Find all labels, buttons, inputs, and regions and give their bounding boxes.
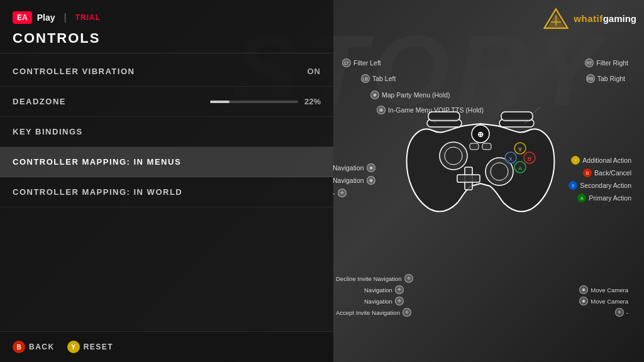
nav1-text: Navigation (333, 164, 364, 172)
deadzone-bar-fill (210, 101, 230, 103)
x-btn-icon: X (569, 181, 577, 190)
deadzone-control: 22% (210, 97, 321, 106)
logo-area: whatifgaming (543, 8, 636, 30)
label-nav-d2: Navigation ✛ (364, 297, 404, 305)
filter-left-text: Filter Left (353, 59, 381, 67)
label-nav-d1: Navigation ✛ (364, 285, 404, 294)
menu-item-controller-mapping-menus[interactable]: CONTROLLER MAPPING: IN MENUS (0, 147, 333, 177)
label-additional-action: Y Additional Action (571, 156, 631, 165)
play-label: Play (37, 13, 55, 23)
back-hint[interactable]: B BACK (13, 341, 55, 353)
a-btn-icon: A (577, 194, 586, 202)
svg-rect-3 (501, 112, 533, 121)
label-move-cam2: ◉ Move Camera (579, 297, 628, 305)
b-btn-icon: B (583, 168, 592, 177)
secondary-action-text: Secondary Action (580, 182, 631, 189)
nav-d2-icon: ✛ (395, 297, 404, 305)
nav-d1-icon: ✛ (395, 285, 404, 294)
menu-item-deadzone[interactable]: DEADZONE 22% (0, 87, 333, 117)
bottom-bar: B BACK Y RESET (0, 331, 333, 362)
accept-icon: ✛ (402, 308, 411, 317)
label-filter-left: LT Filter Left (342, 58, 381, 67)
label-nav3: ✛ - (333, 189, 347, 197)
svg-point-5 (445, 147, 462, 165)
deadzone-label: DEADZONE (13, 97, 66, 106)
label-back-cancel: B Back/Cancel (583, 168, 631, 177)
controller-mapping-world-label: CONTROLLER MAPPING: IN WORLD (13, 187, 182, 197)
reset-hint[interactable]: Y RESET (67, 341, 114, 353)
dash-text: - (626, 309, 628, 316)
svg-text:Y: Y (518, 146, 522, 153)
key-bindings-label: KEY BINDINGS (13, 127, 83, 136)
menu-item-key-bindings[interactable]: KEY BINDINGS (0, 117, 333, 147)
whatifgaming-logo-icon (543, 8, 569, 30)
dash-icon: ✛ (615, 308, 624, 317)
label-nav2: ◉ Navigation (333, 176, 375, 185)
reset-label: RESET (84, 343, 114, 351)
accept-invite-text: Accept Invite Navigation (336, 309, 400, 316)
logo-text: whatifgaming (574, 13, 636, 25)
left-panel: EA Play | TRIAL CONTROLS CONTROLLER VIBR… (0, 0, 333, 362)
svg-text:B: B (528, 156, 532, 162)
y-btn-icon: Y (571, 156, 580, 165)
label-accept-invite: Accept Invite Navigation ✛ (336, 308, 411, 317)
controller-svg-wrapper: ⊕ Y A X B (402, 74, 559, 221)
label-secondary-action: X Secondary Action (569, 181, 631, 190)
label-tab-left: LB Tab Left (361, 74, 396, 83)
lt-icon: LT (342, 58, 351, 67)
page-title: CONTROLS (13, 30, 321, 47)
svg-line-24 (531, 107, 540, 116)
nav1-icon: ◉ (367, 163, 375, 172)
filter-right-text: Filter Right (596, 59, 628, 67)
nav2-text: Navigation (333, 177, 364, 184)
map-icon: ◉ (370, 90, 379, 99)
move-cam2-icon: ◉ (579, 297, 588, 305)
controller-svg: ⊕ Y A X B (402, 74, 559, 219)
label-primary-action: A Primary Action (577, 194, 631, 202)
label-filter-right: RT Filter Right (585, 58, 628, 67)
b-button-icon: B (13, 341, 25, 353)
header: EA Play | TRIAL CONTROLS (0, 0, 333, 53)
decline-icon: ✛ (404, 274, 413, 283)
menu-list: CONTROLLER VIBRATION ON DEADZONE 22% KEY… (0, 57, 333, 207)
back-label: BACK (29, 343, 55, 351)
deadzone-bar (210, 101, 298, 103)
nav2-icon: ◉ (367, 176, 375, 185)
svg-rect-9 (457, 175, 480, 182)
svg-text:X: X (509, 156, 513, 162)
label-dash: ✛ - (615, 308, 628, 317)
controller-vibration-label: CONTROLLER VIBRATION (13, 67, 135, 76)
svg-text:A: A (518, 165, 523, 172)
ea-badge: EA (13, 11, 32, 24)
controller-mapping-menus-label: CONTROLLER MAPPING: IN MENUS (13, 157, 181, 167)
label-move-cam1: ◉ Move Camera (579, 285, 628, 294)
tab-left-text: Tab Left (372, 75, 396, 82)
svg-line-22 (421, 107, 430, 116)
svg-text:⊕: ⊕ (477, 130, 484, 139)
svg-point-7 (491, 163, 508, 180)
ea-play-badge-area: EA Play | TRIAL (13, 11, 321, 24)
label-decline-invite: Decline Invite Navigation ✛ (336, 274, 413, 283)
trial-label: TRIAL (75, 13, 101, 22)
lb-icon: LB (361, 74, 370, 83)
divider: | (64, 12, 66, 23)
ingame-menu-icon: ◉ (377, 106, 386, 114)
menu-item-controller-mapping-world[interactable]: CONTROLLER MAPPING: IN WORLD (0, 177, 333, 207)
nav-d2-text: Navigation (364, 298, 392, 305)
rb-icon: RB (586, 74, 595, 83)
move-cam1-icon: ◉ (579, 285, 588, 294)
primary-action-text: Primary Action (589, 194, 631, 202)
controller-section: LT Filter Left LB Tab Left ◉ Map Party M… (317, 0, 644, 362)
back-cancel-text: Back/Cancel (594, 169, 631, 177)
move-cam1-text: Move Camera (591, 287, 628, 293)
nav3-text: - (333, 189, 335, 197)
menu-item-controller-vibration[interactable]: CONTROLLER VIBRATION ON (0, 57, 333, 87)
move-cam2-text: Move Camera (591, 298, 628, 305)
tab-right-text: Tab Right (597, 75, 625, 82)
rt-icon: RT (585, 58, 594, 67)
decline-invite-text: Decline Invite Navigation (336, 275, 402, 282)
label-tab-right: RB Tab Right (586, 74, 625, 83)
nav3-icon: ✛ (338, 189, 347, 197)
svg-rect-11 (482, 143, 491, 150)
controller-diagram: LT Filter Left LB Tab Left ◉ Map Party M… (330, 24, 631, 338)
